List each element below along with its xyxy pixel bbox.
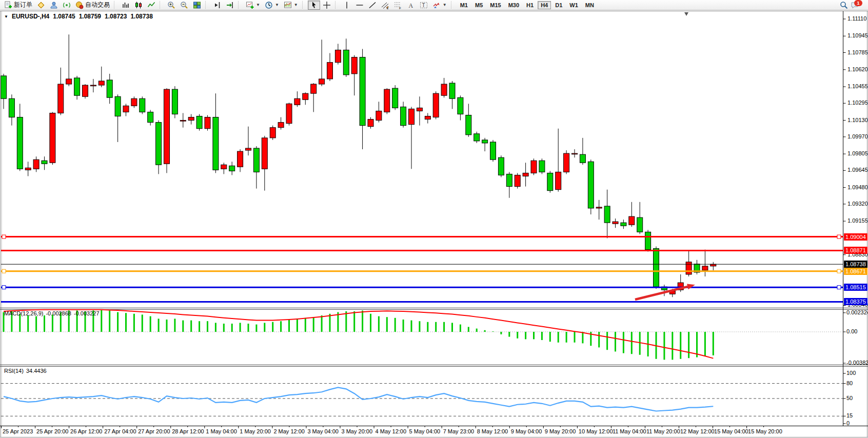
timeframe-button-h1[interactable]: H1 bbox=[523, 1, 537, 9]
notification-badge: 1 bbox=[854, 0, 862, 6]
time-axis-label: 9 May 04:00 bbox=[511, 428, 542, 434]
channel-tool-button[interactable]: E bbox=[379, 1, 391, 10]
timeframe-group: M1M5M15M30H1H4D1W1MN bbox=[457, 1, 598, 9]
timeframe-button-w1[interactable]: W1 bbox=[566, 1, 581, 9]
collapse-triangle-icon[interactable]: ▼ bbox=[4, 14, 8, 19]
price-line-handle[interactable] bbox=[837, 269, 841, 273]
timeframe-button-m1[interactable]: M1 bbox=[457, 1, 471, 9]
price-axis-tick-label: 1.10785 bbox=[847, 49, 868, 55]
price-line-handle[interactable] bbox=[2, 269, 6, 273]
time-axis-label: 11 May 20:00 bbox=[646, 428, 680, 434]
timeframe-button-h4[interactable]: H4 bbox=[538, 1, 551, 9]
zoom-in-button[interactable] bbox=[165, 1, 177, 10]
horizontal-line-tool-button[interactable] bbox=[353, 1, 366, 10]
price-axis-tick-label: 1.09970 bbox=[847, 133, 868, 140]
new-chart-button[interactable]: ▼ bbox=[244, 1, 262, 10]
candle-body bbox=[466, 115, 471, 134]
candle-body bbox=[196, 116, 202, 129]
candlestick-chart-icon bbox=[134, 1, 143, 9]
horizontal-line-icon bbox=[356, 1, 364, 9]
new-order-label: 新订单 bbox=[14, 1, 32, 9]
ohlc-high: 1.08759 bbox=[79, 13, 101, 20]
market-stack-icon bbox=[37, 1, 45, 9]
cursor-tool-button[interactable] bbox=[308, 1, 320, 10]
price-line-badge: 1.08738 bbox=[844, 261, 867, 268]
timeframe-button-d1[interactable]: D1 bbox=[552, 1, 565, 9]
line-chart-button[interactable] bbox=[145, 1, 157, 10]
timeframe-button-m30[interactable]: M30 bbox=[505, 1, 522, 9]
price-line-badge: 1.08515 bbox=[844, 284, 867, 291]
signals-button[interactable] bbox=[61, 1, 73, 10]
auto-scroll-button[interactable] bbox=[224, 1, 236, 10]
toolbar: 新订单 自动交易 bbox=[0, 0, 868, 10]
chat-button[interactable]: 1 bbox=[851, 1, 859, 9]
candle-body bbox=[83, 85, 88, 96]
timeframe-button-mn[interactable]: MN bbox=[582, 1, 597, 9]
candle-body bbox=[131, 98, 137, 106]
toolbar-separator bbox=[302, 1, 306, 9]
svg-text:A: A bbox=[408, 2, 413, 9]
candle-body bbox=[229, 166, 235, 171]
rsi-label: RSI(14) 34.4436 bbox=[4, 368, 47, 374]
text-tool-button[interactable]: A bbox=[405, 1, 417, 10]
candle-body bbox=[50, 113, 55, 163]
candle-body bbox=[246, 148, 251, 150]
time-axis-label: 28 Apr 12:00 bbox=[172, 428, 204, 434]
crosshair-tool-button[interactable] bbox=[321, 1, 333, 10]
timeframe-button-m5[interactable]: M5 bbox=[472, 1, 486, 9]
indicators-button[interactable]: ▼ bbox=[282, 1, 300, 10]
toolbar-separator bbox=[335, 1, 339, 9]
price-axis-tick-label: 1.09155 bbox=[847, 217, 868, 224]
macd-signal-value: -0.003227 bbox=[74, 310, 100, 316]
candle-body bbox=[702, 266, 708, 270]
candle-body bbox=[107, 80, 112, 97]
arrows-tool-button[interactable]: ▼ bbox=[430, 1, 449, 10]
price-line-handle[interactable] bbox=[837, 235, 841, 238]
arrows-icon bbox=[432, 1, 441, 9]
zoom-out-button[interactable] bbox=[178, 1, 190, 10]
candlestick-chart-button[interactable] bbox=[132, 1, 145, 10]
candle-body bbox=[42, 161, 47, 164]
time-axis-label: 25 Apr 2023 bbox=[3, 428, 33, 434]
trendline-tool-button[interactable] bbox=[366, 1, 379, 10]
timeframe-button-m15[interactable]: M15 bbox=[487, 1, 504, 9]
accounts-button[interactable] bbox=[48, 1, 60, 10]
chart-canvas[interactable] bbox=[0, 0, 868, 438]
text-label-tool-button[interactable]: T bbox=[418, 1, 430, 10]
chart-shift-button[interactable] bbox=[211, 1, 223, 10]
vertical-line-tool-button[interactable] bbox=[341, 1, 353, 10]
bar-chart-button[interactable] bbox=[120, 1, 132, 10]
candle-body bbox=[556, 172, 561, 189]
svg-text:T: T bbox=[422, 3, 425, 8]
price-line-handle[interactable] bbox=[2, 286, 6, 289]
text-label-icon: T bbox=[420, 1, 428, 9]
time-axis-label: 1 May 04:00 bbox=[206, 428, 237, 434]
candle-body bbox=[9, 98, 14, 117]
candle-body bbox=[221, 165, 227, 169]
candle-body bbox=[238, 151, 243, 167]
candle-body bbox=[621, 223, 626, 226]
zoom-out-icon bbox=[180, 1, 188, 9]
tile-windows-button[interactable] bbox=[191, 1, 203, 10]
toolbar-separator bbox=[160, 1, 163, 9]
time-axis-label: 4 May 12:00 bbox=[376, 428, 407, 434]
fibonacci-tool-button[interactable]: F bbox=[392, 1, 404, 10]
candle-body bbox=[711, 264, 716, 266]
candle-body bbox=[564, 153, 569, 172]
price-line-handle[interactable] bbox=[837, 286, 841, 289]
price-line-handle[interactable] bbox=[2, 235, 6, 238]
time-axis-label: 25 Apr 20:00 bbox=[36, 428, 68, 434]
auto-trading-button[interactable]: 自动交易 bbox=[73, 1, 112, 10]
search-button[interactable] bbox=[838, 1, 850, 10]
candle-body bbox=[613, 222, 618, 224]
timeframe-clock-button[interactable]: ▼ bbox=[263, 1, 281, 10]
new-order-button[interactable]: 新订单 bbox=[2, 1, 34, 10]
candle-body bbox=[645, 232, 651, 249]
candle-body bbox=[253, 148, 259, 172]
rsi-axis-label: 15 bbox=[846, 412, 853, 419]
price-line-badge: 1.08671 bbox=[844, 268, 867, 275]
market-stack-button[interactable] bbox=[35, 1, 47, 10]
candle-body bbox=[286, 104, 292, 123]
chart-shift-marker[interactable] bbox=[684, 12, 688, 16]
candle-body bbox=[433, 93, 439, 117]
